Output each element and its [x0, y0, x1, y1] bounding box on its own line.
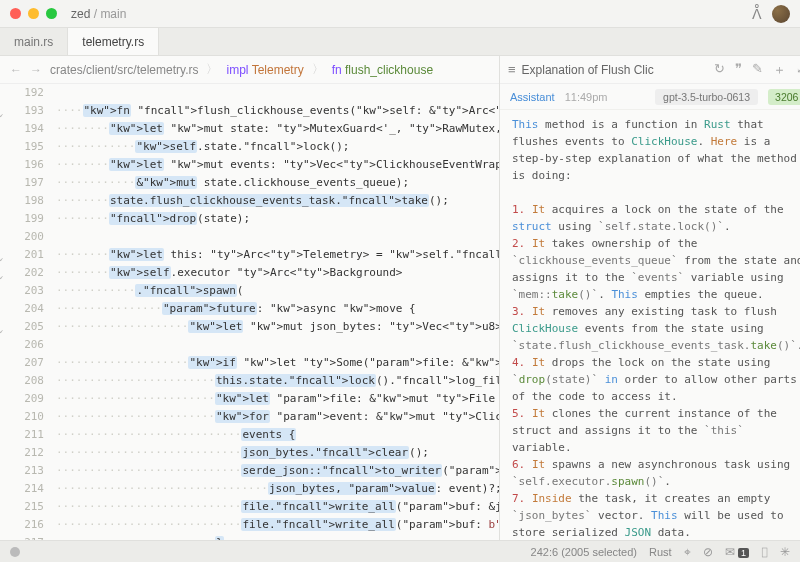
- line-number: 207: [0, 354, 44, 372]
- code-line[interactable]: ····························events {: [56, 426, 499, 444]
- code-line[interactable]: [56, 336, 499, 354]
- feedback-icon[interactable]: ✉ 1: [725, 545, 749, 559]
- assistant-body[interactable]: This method is a function in Rust that f…: [500, 110, 800, 540]
- code-line[interactable]: ········"kw">self.executor "ty">Arc<"ty"…: [56, 264, 499, 282]
- code-line[interactable]: ························"kw">for "param"…: [56, 408, 499, 426]
- line-number: 208: [0, 372, 44, 390]
- avatar[interactable]: [772, 5, 790, 23]
- line-number: 205⌄: [0, 318, 44, 336]
- assistant-icon: ≡: [508, 62, 516, 77]
- line-number: 216: [0, 516, 44, 534]
- code-line[interactable]: ············"kw">self.state."fncall">loc…: [56, 138, 499, 156]
- code-line[interactable]: ································json_byt…: [56, 480, 499, 498]
- line-number: 195: [0, 138, 44, 156]
- assistant-time: 11:49pm: [565, 91, 608, 103]
- assistant-pane: ≡ Explanation of Flush Clic ↻ ❞ ✎ ＋ ⤢ As…: [500, 56, 800, 540]
- line-number: 194: [0, 120, 44, 138]
- status-dot-icon[interactable]: [10, 547, 20, 557]
- line-gutter: 192193⌄194195196197198199200201⌄202⌄2032…: [0, 84, 50, 540]
- wand-icon[interactable]: ✎: [752, 61, 763, 79]
- line-number: 217: [0, 534, 44, 540]
- breadcrumb: ← → crates/client/src/telemetry.rs 〉 imp…: [0, 56, 499, 84]
- line-number: 204: [0, 300, 44, 318]
- assistant-title: Explanation of Flush Clic: [522, 63, 654, 77]
- titlebar: zed / main ᐰ: [0, 0, 800, 28]
- code-line[interactable]: ····················"kw">if "kw">let "ty…: [56, 354, 499, 372]
- line-number: 212: [0, 444, 44, 462]
- token-badge: 3206: [768, 89, 800, 105]
- breadcrumb-path[interactable]: crates/client/src/telemetry.rs: [50, 63, 198, 77]
- breadcrumb-fn-kw[interactable]: fn: [332, 63, 342, 77]
- line-number: 201⌄: [0, 246, 44, 264]
- code-line[interactable]: ····························file."fncall…: [56, 498, 499, 516]
- code-line[interactable]: ········"kw">let "kw">mut events: "ty">V…: [56, 156, 499, 174]
- expand-icon[interactable]: ⤢: [796, 61, 800, 79]
- model-badge[interactable]: gpt-3.5-turbo-0613: [655, 89, 758, 105]
- language-mode[interactable]: Rust: [649, 546, 672, 558]
- code-line[interactable]: ····"kw">fn "fncall">flush_clickhouse_ev…: [56, 102, 499, 120]
- assistant-toggle-icon[interactable]: ✳: [780, 545, 790, 559]
- breadcrumb-fn-name[interactable]: flush_clickhouse: [345, 63, 433, 77]
- code-lines[interactable]: ····"kw">fn "fncall">flush_clickhouse_ev…: [56, 84, 499, 540]
- nav-back-icon[interactable]: ←: [10, 63, 22, 77]
- line-number: 214: [0, 480, 44, 498]
- close-window-button[interactable]: [10, 8, 21, 19]
- code-line[interactable]: ····························file."fncall…: [56, 516, 499, 534]
- breadcrumb-separator: 〉: [206, 61, 218, 78]
- code-line[interactable]: ········"kw">let this: "ty">Arc<"ty">Tel…: [56, 246, 499, 264]
- new-conversation-icon[interactable]: ＋: [773, 61, 786, 79]
- line-number: 203: [0, 282, 44, 300]
- line-number: 210: [0, 408, 44, 426]
- line-number: 206: [0, 336, 44, 354]
- code-line[interactable]: ························this.state."fnca…: [56, 372, 499, 390]
- nav-forward-icon[interactable]: →: [30, 63, 42, 77]
- editor-pane: ← → crates/client/src/telemetry.rs 〉 imp…: [0, 56, 500, 540]
- code-line[interactable]: ············."fncall">spawn(: [56, 282, 499, 300]
- statusbar: 242:6 (2005 selected) Rust ⌖ ⊘ ✉ 1 ⌷ ✳: [0, 540, 800, 562]
- assistant-meta: Assistant 11:49pm gpt-3.5-turbo-0613 320…: [500, 84, 800, 110]
- code-line[interactable]: ························}: [56, 534, 499, 540]
- line-number: 215: [0, 498, 44, 516]
- tab-main-rs[interactable]: main.rs: [0, 28, 68, 55]
- code-line[interactable]: ············&"kw">mut state.clickhouse_e…: [56, 174, 499, 192]
- breadcrumb-impl-type[interactable]: Telemetry: [252, 63, 304, 77]
- project-path[interactable]: zed / main: [71, 7, 126, 21]
- line-number: 211: [0, 426, 44, 444]
- tab-telemetry-rs[interactable]: telemetry.rs: [68, 28, 159, 55]
- line-number: 192: [0, 84, 44, 102]
- code-line[interactable]: ····························json_bytes."…: [56, 444, 499, 462]
- code-line[interactable]: ········"kw">let "kw">mut state: "ty">Mu…: [56, 120, 499, 138]
- quote-icon[interactable]: ❞: [735, 61, 742, 79]
- history-icon[interactable]: ↻: [714, 61, 725, 79]
- assistant-role[interactable]: Assistant: [510, 91, 555, 103]
- line-number: 193⌄: [0, 102, 44, 120]
- user-icon[interactable]: ᐰ: [752, 6, 762, 22]
- code-line[interactable]: [56, 228, 499, 246]
- tab-bar: main.rs telemetry.rs: [0, 28, 800, 56]
- minimize-window-button[interactable]: [28, 8, 39, 19]
- assistant-header: ≡ Explanation of Flush Clic ↻ ❞ ✎ ＋ ⤢: [500, 56, 800, 84]
- line-number: 200: [0, 228, 44, 246]
- terminal-icon[interactable]: ⌷: [761, 545, 768, 559]
- code-line[interactable]: ····················"kw">let "kw">mut js…: [56, 318, 499, 336]
- code-editor[interactable]: 192193⌄194195196197198199200201⌄202⌄2032…: [0, 84, 499, 540]
- window-controls: [10, 8, 57, 19]
- line-number: 197: [0, 174, 44, 192]
- line-number: 198: [0, 192, 44, 210]
- code-line[interactable]: ········state.flush_clickhouse_events_ta…: [56, 192, 499, 210]
- copilot-icon[interactable]: ⌖: [684, 545, 691, 559]
- line-number: 199: [0, 210, 44, 228]
- cursor-position[interactable]: 242:6 (2005 selected): [531, 546, 637, 558]
- breadcrumb-impl-kw[interactable]: impl: [226, 63, 248, 77]
- code-line[interactable]: ········"fncall">drop(state);: [56, 210, 499, 228]
- project-name: zed: [71, 7, 90, 21]
- assistant-actions: ↻ ❞ ✎ ＋ ⤢: [714, 61, 800, 79]
- code-line[interactable]: ························"kw">let "param"…: [56, 390, 499, 408]
- code-line[interactable]: [56, 84, 499, 102]
- branch-name: main: [100, 7, 126, 21]
- code-line[interactable]: ················"param">future: "kw">asy…: [56, 300, 499, 318]
- code-line[interactable]: ····························serde_json::…: [56, 462, 499, 480]
- maximize-window-button[interactable]: [46, 8, 57, 19]
- line-number: 209: [0, 390, 44, 408]
- diagnostics-icon[interactable]: ⊘: [703, 545, 713, 559]
